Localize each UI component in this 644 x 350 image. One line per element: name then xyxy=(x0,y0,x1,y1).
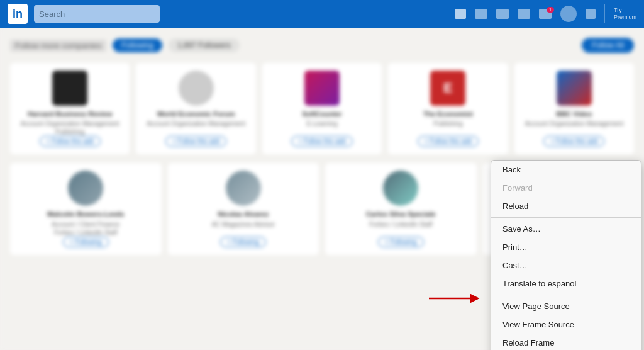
nav-home-icon[interactable] xyxy=(455,9,466,19)
card-info: Harvard Business Review Account Organiza… xyxy=(21,110,119,136)
card-person2[interactable]: Nicolas Alvarez AC Magazines Advisor + F… xyxy=(168,163,319,254)
menu-item-cast[interactable]: Cast… xyxy=(491,256,641,274)
card-avatar xyxy=(68,171,103,206)
linkedin-logo[interactable]: in xyxy=(8,4,28,24)
card-info: The Economist Publishing xyxy=(423,110,473,128)
followers-button[interactable]: 1,897 Followers xyxy=(169,38,240,52)
menu-item-back[interactable]: Back xyxy=(491,161,641,179)
menu-item-reload-frame[interactable]: Reload Frame xyxy=(491,334,641,350)
card-avatar xyxy=(304,71,340,106)
nav-premium[interactable]: TryPremium xyxy=(614,7,636,21)
follow-all-button[interactable]: Follow All xyxy=(582,38,634,53)
card-avatar xyxy=(226,171,261,206)
card-bbc[interactable]: BBC Video Account Organization Managemen… xyxy=(514,63,634,154)
menu-item-save-as[interactable]: Save As… xyxy=(491,220,641,238)
filter-bar: Follow more companies Following 1,897 Fo… xyxy=(10,38,634,53)
card-info: World Economic Forum Account Organizatio… xyxy=(147,110,245,128)
card-follow-btn[interactable]: + Follow this add xyxy=(291,136,352,147)
card-follow-btn[interactable]: + Following xyxy=(220,237,266,247)
nav-avatar[interactable] xyxy=(560,6,577,22)
menu-item-print[interactable]: Print… xyxy=(491,238,641,256)
menu-item-reload[interactable]: Reload xyxy=(491,197,641,215)
arrow-icon xyxy=(428,291,484,306)
nav-notifications-icon[interactable]: 1 xyxy=(539,9,552,19)
card-avatar xyxy=(52,71,87,106)
card-follow-btn[interactable]: + Following xyxy=(378,237,424,247)
card-economist[interactable]: E The Economist Publishing + Follow this… xyxy=(388,63,508,154)
card-harvard[interactable]: Harvard Business Review Account Organiza… xyxy=(10,63,130,154)
nav-network-icon[interactable] xyxy=(475,9,487,19)
nav-work-icon[interactable] xyxy=(586,9,596,19)
menu-item-translate[interactable]: Translate to español xyxy=(491,274,641,293)
arrow-annotation xyxy=(428,291,484,308)
nav-messaging-icon[interactable] xyxy=(518,9,530,19)
card-follow-btn[interactable]: + Follow this add xyxy=(543,136,604,147)
menu-item-view-frame-source[interactable]: View Frame Source xyxy=(491,315,641,334)
card-person1[interactable]: Malcolm Bowers-Leeds Account / Client Fi… xyxy=(10,163,162,254)
card-info: Nicolas Alvarez AC Magazines Advisor xyxy=(211,210,275,228)
card-follow-btn[interactable]: + Following xyxy=(63,237,109,247)
company-cards-row1: Harvard Business Review Account Organiza… xyxy=(10,63,634,154)
card-avatar xyxy=(179,71,214,106)
card-follow-btn[interactable]: + Follow this add xyxy=(40,136,101,147)
card-avatar: E xyxy=(430,71,465,106)
following-button[interactable]: Following xyxy=(113,38,162,52)
menu-divider-2 xyxy=(491,295,641,295)
notification-badge: 1 xyxy=(547,7,554,13)
card-wef[interactable]: World Economic Forum Account Organizatio… xyxy=(136,63,255,154)
card-info: Malcolm Bowers-Leeds Account / Client Fi… xyxy=(47,210,124,236)
card-follow-btn[interactable]: + Follow this add xyxy=(165,136,226,147)
card-avatar xyxy=(383,171,418,206)
filter-label: Follow more companies xyxy=(10,40,106,52)
menu-item-forward: Forward xyxy=(491,179,641,197)
card-info: BBC Video Account Organization Managemen… xyxy=(525,110,623,128)
card-softcounter[interactable]: SoftCounter E-Learning + Follow this add xyxy=(262,63,382,154)
navbar: in 1 TryPremium xyxy=(0,0,644,28)
nav-jobs-icon[interactable] xyxy=(496,9,509,19)
card-follow-btn[interactable]: + Follow this add xyxy=(418,136,479,147)
menu-item-view-page-source[interactable]: View Page Source xyxy=(491,297,641,315)
context-menu: Back Forward Reload Save As… Print… Cast… xyxy=(491,160,641,350)
card-info: SoftCounter E-Learning xyxy=(302,110,342,128)
search-input[interactable] xyxy=(34,5,160,23)
card-avatar xyxy=(557,71,592,106)
nav-icons: 1 TryPremium xyxy=(455,4,636,23)
menu-divider-1 xyxy=(491,217,641,218)
card-info: Carlos Silva Speciale Forbes / LinkedIn … xyxy=(366,210,436,228)
card-person3[interactable]: Carlos Silva Speciale Forbes / LinkedIn … xyxy=(325,163,477,254)
